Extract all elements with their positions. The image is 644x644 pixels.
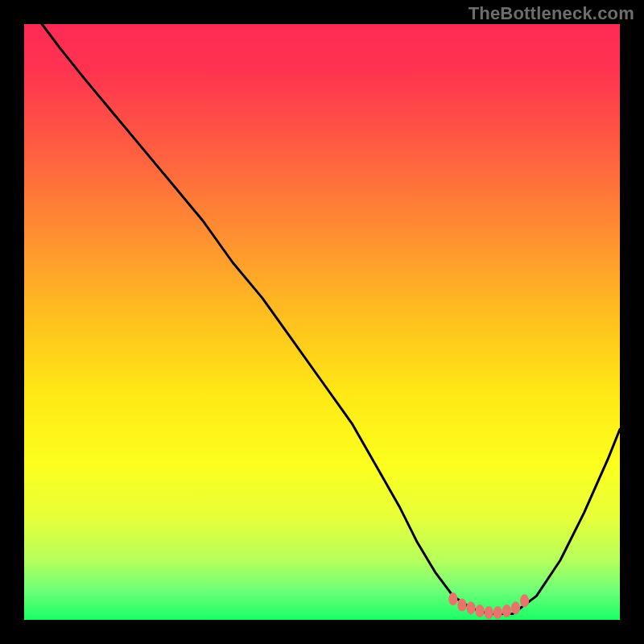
marker-dot [520,594,529,607]
marker-dot [502,605,511,617]
chart-frame: TheBottleneck.com [0,0,644,644]
marker-dot [485,606,493,619]
watermark-text: TheBottleneck.com [469,3,634,24]
marker-dot [476,605,485,617]
bottleneck-chart [0,0,644,644]
marker-dot [457,599,466,612]
marker-dot [466,601,475,614]
marker-dot [511,601,520,614]
marker-dot [448,592,457,605]
marker-dot [493,606,502,619]
